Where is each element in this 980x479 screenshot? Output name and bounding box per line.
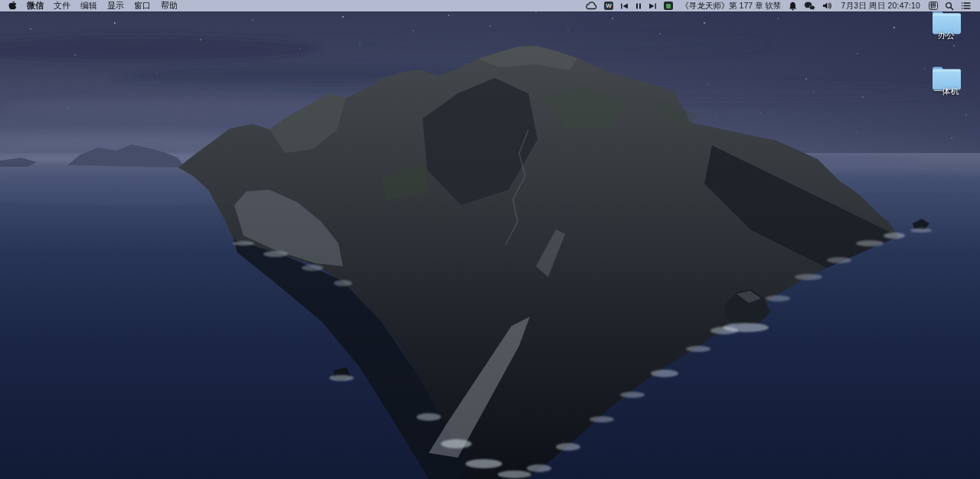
reading-app-icon[interactable] xyxy=(664,2,673,10)
menu-item-file[interactable]: 文件 xyxy=(54,0,70,11)
wechat-icon[interactable] xyxy=(804,0,815,11)
menu-bar-left: 微信 文件 编辑 显示 窗口 帮助 xyxy=(8,0,178,11)
menu-bar: 微信 文件 编辑 显示 窗口 帮助 W 《寻龙天师》第 xyxy=(0,0,980,11)
menu-item-window[interactable]: 窗口 xyxy=(134,0,151,11)
search-icon[interactable] xyxy=(945,0,954,11)
menu-item-edit[interactable]: 编辑 xyxy=(80,0,97,11)
input-method-icon[interactable]: 拼 xyxy=(929,2,938,10)
list-icon[interactable] xyxy=(961,0,971,11)
desktop-folder-all-in-one[interactable]: 一体机 xyxy=(922,73,971,96)
desktop-wallpaper xyxy=(0,0,980,479)
menu-bar-status: W 《寻龙天师》第 177 章 软禁 xyxy=(586,0,971,11)
media-pause-icon[interactable] xyxy=(635,0,642,11)
now-playing-text[interactable]: 《寻龙天师》第 177 章 软禁 xyxy=(681,0,781,11)
folder-icon xyxy=(929,17,963,28)
folder-icon xyxy=(929,73,963,84)
folder-label: 一体机 xyxy=(934,86,959,96)
cloud-icon[interactable] xyxy=(586,0,597,11)
menu-item-view[interactable]: 显示 xyxy=(107,0,124,11)
media-next-icon[interactable] xyxy=(648,0,657,11)
media-previous-icon[interactable] xyxy=(620,0,629,11)
apple-logo-icon[interactable] xyxy=(8,0,17,11)
folder-label: 办公 xyxy=(938,31,955,40)
menu-bar-clock[interactable]: 7月3日 周日 20:47:10 xyxy=(841,0,920,11)
volume-icon[interactable] xyxy=(822,0,832,11)
menu-app-name[interactable]: 微信 xyxy=(27,0,44,11)
desktop-folder-office[interactable]: 办公 xyxy=(922,17,971,40)
notification-bell-icon[interactable] xyxy=(789,0,797,11)
menu-item-help[interactable]: 帮助 xyxy=(161,0,178,11)
w-app-icon[interactable]: W xyxy=(604,2,613,10)
